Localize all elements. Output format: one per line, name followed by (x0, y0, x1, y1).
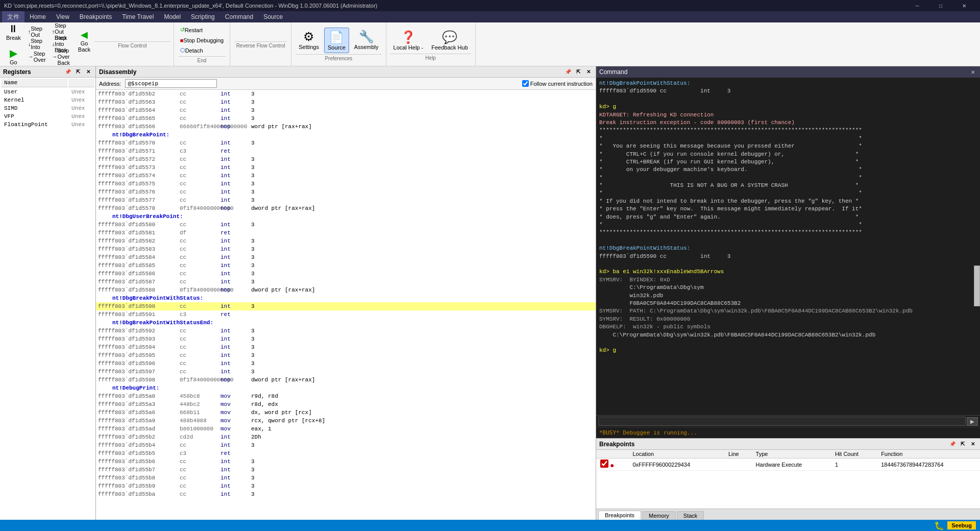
list-item[interactable]: fffff803`df1d55b6ccint3 (96, 457, 596, 466)
list-item[interactable]: fffff803`df1d55b8ccint3 (96, 474, 596, 482)
command-close-button[interactable]: ✕ (969, 68, 977, 76)
list-item[interactable]: nt!DebugPrint: (96, 384, 596, 392)
list-item[interactable]: fffff803`df1d5565ccint3 (96, 114, 596, 123)
list-item[interactable]: fffff803`df1d5573ccint3 (96, 163, 596, 172)
step-over-button[interactable]: → Step Over (26, 52, 48, 61)
list-item[interactable]: fffff803`df1d5584ccint3 (96, 253, 596, 261)
step-into-button[interactable]: ↓ Step Into (26, 39, 48, 49)
menu-time-travel[interactable]: Time Travel (117, 11, 159, 22)
list-item[interactable]: fffff803`df1d5583ccint3 (96, 245, 596, 253)
list-item[interactable]: fffff803`df1d5577ccint3 (96, 196, 596, 204)
list-item[interactable]: fffff803`df1d5590ccint3 (96, 302, 596, 310)
registers-pin-button[interactable]: 📌 (64, 68, 72, 76)
source-button[interactable]: 📄 Source (324, 28, 349, 53)
list-item[interactable]: fffff803`df1d5585ccint3 (96, 261, 596, 270)
minimize-button[interactable]: ─ (905, 0, 929, 11)
settings-button[interactable]: ⚙ Settings (296, 28, 322, 53)
disassembly-content[interactable]: fffff803`df1d55b2ccint3fffff803`df1d5563… (96, 90, 596, 520)
restart-button[interactable]: ↺ Restart (178, 26, 226, 35)
list-item[interactable]: fffff803`df1d5571c3ret (96, 147, 596, 155)
command-submit-button[interactable]: ▶ (967, 417, 978, 426)
follow-checkbox-wrap[interactable]: Follow current instruction (522, 80, 593, 87)
close-button[interactable]: ✕ (952, 0, 976, 11)
disasm-address: fffff803`df1d55ba (98, 491, 180, 497)
menu-home[interactable]: Home (24, 11, 51, 22)
list-item[interactable]: fffff803`df1d5586ccint3 (96, 270, 596, 278)
list-item[interactable]: fffff803`df1d5576ccint3 (96, 188, 596, 196)
assembly-button[interactable]: 🔧 Assembly (351, 28, 382, 53)
list-item[interactable]: fffff803`df1d556666660f1f840000000000nop… (96, 123, 596, 131)
list-item[interactable]: fffff803`df1d55b5c3ret (96, 449, 596, 457)
list-item[interactable]: fffff803`df1d55a3448bc2movr8d, edx (96, 400, 596, 408)
list-item[interactable]: fffff803`df1d5597ccint3 (96, 368, 596, 376)
disassembly-pin-button[interactable]: 📌 (564, 68, 572, 76)
registers-close-button[interactable]: ✕ (84, 68, 92, 76)
list-item[interactable]: fffff803`df1d5580ccint3 (96, 221, 596, 229)
list-item[interactable]: fffff803`df1d5563ccint3 (96, 98, 596, 106)
list-item[interactable]: fffff803`df1d5591c3ret (96, 310, 596, 319)
list-item[interactable]: fffff803`df1d55baccint3 (96, 490, 596, 498)
list-item[interactable]: fffff803`df1d55a0458bc8movr9d, r8d (96, 392, 596, 400)
follow-checkbox[interactable] (522, 80, 529, 87)
list-item[interactable]: fffff803`df1d55880f1f840000000000nopdwor… (96, 286, 596, 294)
local-help-button[interactable]: ❓ Local Help - (390, 28, 427, 53)
list-item[interactable]: fffff803`df1d55b9ccint3 (96, 482, 596, 490)
list-item[interactable]: nt!DbgBreakPoint: (96, 131, 596, 139)
list-item[interactable]: fffff803`df1d5593ccint3 (96, 335, 596, 343)
list-item[interactable]: fffff803`df1d55b2cd2dint2Dh (96, 433, 596, 441)
bp-close-button[interactable]: ✕ (969, 440, 977, 448)
bp-enabled-checkbox[interactable] (600, 460, 608, 468)
step-over-back-button[interactable]: → Step Over Back (50, 52, 72, 61)
stop-debugging-button[interactable]: ■ Stop Debugging (178, 36, 226, 45)
maximize-button[interactable]: □ (929, 0, 952, 11)
menu-model[interactable]: Model (159, 11, 186, 22)
disassembly-close-button[interactable]: ✕ (584, 68, 593, 76)
list-item[interactable]: fffff803`df1d5574ccint3 (96, 172, 596, 180)
command-input[interactable] (598, 417, 966, 426)
list-item[interactable]: fffff803`df1d5587ccint3 (96, 278, 596, 286)
tab-stack[interactable]: Stack (677, 511, 704, 520)
disassembly-float-button[interactable]: ⇱ (574, 68, 582, 76)
menu-breakpoints[interactable]: Breakpoints (75, 11, 117, 22)
list-item[interactable]: fffff803`df1d55780f1f840000000000nopdwor… (96, 204, 596, 212)
list-item[interactable]: fffff803`df1d5594ccint3 (96, 343, 596, 351)
list-item[interactable]: fffff803`df1d5582ccint3 (96, 237, 596, 245)
go-button[interactable]: ▶ Go (3, 45, 24, 67)
command-output[interactable]: nt!DbgBreakPointWithStatus: fffff803`df1… (596, 78, 980, 415)
address-input[interactable] (125, 79, 217, 88)
step-out-button[interactable]: ↑ Step Out (26, 27, 48, 36)
list-item[interactable]: fffff803`df1d5570ccint3 (96, 139, 596, 147)
list-item[interactable]: fffff803`df1d55980f1f840000000000nopdwor… (96, 376, 596, 384)
list-item[interactable]: fffff803`df1d5572ccint3 (96, 155, 596, 163)
menu-command[interactable]: Command (220, 11, 258, 22)
list-item[interactable]: nt!DbgBreakPointWithStatus: (96, 294, 596, 302)
registers-float-button[interactable]: ⇱ (74, 68, 82, 76)
list-item[interactable]: fffff803`df1d55b7ccint3 (96, 466, 596, 474)
bp-float-button[interactable]: ⇱ (959, 440, 967, 448)
bp-pin-button[interactable]: 📌 (948, 440, 957, 448)
list-item[interactable]: nt!DbgUserBreakPoint: (96, 212, 596, 221)
list-item[interactable]: fffff803`df1d55b4ccint3 (96, 441, 596, 449)
list-item[interactable]: fffff803`df1d55a6668b11movdx, word ptr [… (96, 408, 596, 417)
list-item[interactable]: fffff803`df1d5592ccint3 (96, 327, 596, 335)
list-item[interactable]: nt!DbgBreakPointWithStatusEnd: (96, 319, 596, 327)
menu-view[interactable]: View (51, 11, 75, 22)
menu-source[interactable]: Source (258, 11, 288, 22)
go-back-button[interactable]: ◀ Go Back (74, 27, 94, 55)
list-item[interactable]: fffff803`df1d5575ccint3 (96, 180, 596, 188)
list-item[interactable]: fffff803`df1d55b2ccint3 (96, 90, 596, 98)
list-item[interactable]: fffff803`df1d55adb801000000moveax, 1 (96, 425, 596, 433)
list-item[interactable]: fffff803`df1d5596ccint3 (96, 359, 596, 368)
menu-scripting[interactable]: Scripting (186, 11, 220, 22)
feedback-hub-button[interactable]: 💬 Feedback Hub (428, 28, 471, 53)
list-item[interactable]: fffff803`df1d5595ccint3 (96, 351, 596, 359)
break-button[interactable]: ⏸ Break (3, 21, 24, 43)
list-item[interactable]: fffff803`df1d5581dfret (96, 229, 596, 237)
list-item[interactable]: fffff803`df1d55a9488b4988movrcx, qword p… (96, 417, 596, 425)
detach-button[interactable]: ⬡ Detach (178, 46, 226, 55)
bp-enabled-cell[interactable]: ● (596, 458, 628, 471)
tab-breakpoints[interactable]: Breakpoints (598, 511, 641, 520)
list-item[interactable]: fffff803`df1d5564ccint3 (96, 106, 596, 114)
tab-memory[interactable]: Memory (642, 511, 676, 520)
disasm-scrollbar-thumb[interactable] (974, 266, 980, 306)
